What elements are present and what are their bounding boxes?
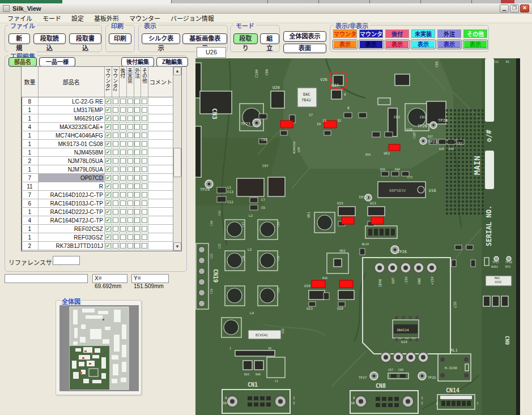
checkbox-マウンタ1[interactable]: ✔ [105,166,111,172]
checkbox-外注[interactable] [134,175,140,181]
checkbox-未実装[interactable] [127,217,133,223]
checkbox-マウンタ1[interactable]: ✔ [105,132,111,138]
checkbox-外注[interactable] [134,166,140,172]
checkbox-未実装[interactable] [127,115,133,121]
checkbox-マウンタ1[interactable]: ✔ [105,158,111,164]
checkbox-マウンタ2[interactable] [113,149,118,155]
checkbox-後付[interactable] [120,183,126,189]
checkbox-後付[interactable] [120,175,126,181]
overview-display-button[interactable]: 全体図表示 [283,31,326,42]
print-button-0[interactable]: 印刷 [109,33,131,44]
checkbox-マウンタ2[interactable] [113,175,118,181]
part-name-cell[interactable]: LC-22-G RE [39,97,105,105]
mode-button-1[interactable]: 組立 [260,33,279,44]
checkbox-後付[interactable] [120,234,126,240]
highlighted-component[interactable] [312,280,325,288]
table-row[interactable]: 2RK73B1JTTD101J✔ [22,242,173,250]
checkbox-マウンタ2[interactable] [113,183,118,189]
checkbox-マウンタ1[interactable]: ✔ [105,226,111,232]
checkbox-その他[interactable] [142,149,147,155]
checkbox-外注[interactable] [134,124,140,130]
checkbox-マウンタ2[interactable] [113,141,118,147]
part-name-cell[interactable]: NJM79L05UA [39,165,105,173]
checkbox-マウンタ2[interactable] [113,226,118,232]
checkbox-マウンタ2[interactable] [113,99,118,104]
highlighted-component[interactable] [389,144,400,151]
checkbox-後付[interactable] [120,132,126,138]
part-name-cell[interactable]: OP07CD [39,174,105,182]
checkbox-その他[interactable] [142,192,147,198]
checkbox-未実装[interactable] [127,99,133,104]
checkbox-マウンタ2[interactable] [113,192,118,198]
highlighted-component[interactable] [371,217,384,224]
checkbox-後付[interactable] [120,192,126,198]
checkbox-マウンタ1[interactable]: ✔ [105,141,111,147]
checkbox-未実装[interactable] [127,243,133,249]
restore-button[interactable]: ❐ [510,5,519,12]
checkbox-マウンタ1[interactable]: ✔ [105,200,111,206]
visibility-show-button-3[interactable]: 表示 [411,40,435,49]
checkbox-未実装[interactable] [127,183,133,189]
table-row[interactable]: 4MAX3232ECAE+✔ [22,123,173,131]
checkbox-その他[interactable] [142,99,147,104]
checkbox-マウンタ2[interactable] [113,209,118,215]
table-row[interactable]: 1NJM4558M✔ [22,148,173,157]
checkbox-外注[interactable] [134,149,140,155]
file-button-2[interactable]: 段取書込 [69,33,101,44]
checkbox-後付[interactable] [120,158,126,164]
highlighted-component[interactable] [342,217,354,224]
checkbox-マウンタ1[interactable]: ✔ [105,107,111,113]
part-name-cell[interactable]: NJM4558M [39,148,105,156]
checkbox-未実装[interactable] [127,149,133,155]
scroll-thumb[interactable] [173,148,181,177]
table-row[interactable]: 1NJM79L05UA✔ [22,165,173,174]
checkbox-マウンタ2[interactable] [113,107,118,113]
checkbox-その他[interactable] [142,158,147,164]
table-row[interactable]: 1MK9173-01 CS08✔ [22,140,173,148]
checkbox-その他[interactable] [142,200,147,206]
checkbox-その他[interactable] [142,132,147,138]
visibility-show-button-5[interactable]: 表示 [463,40,487,49]
checkbox-その他[interactable] [142,124,147,130]
checkbox-その他[interactable] [142,226,147,232]
checkbox-外注[interactable] [134,192,140,198]
part-name-cell[interactable]: RAC164D102J-C-TP [39,191,105,199]
part-name-cell[interactable]: R [39,182,105,190]
highlighted-component[interactable] [280,121,293,128]
menu-item-2[interactable]: 設定 [66,13,89,23]
close-button[interactable]: ✕ [520,5,529,12]
checkbox-マウンタ2[interactable] [113,234,118,240]
checkbox-その他[interactable] [142,209,147,215]
checkbox-マウンタ2[interactable] [113,166,118,172]
visibility-show-button-4[interactable]: 表示 [437,40,461,49]
checkbox-未実装[interactable] [127,175,133,181]
checkbox-マウンタ1[interactable]: ✔ [105,243,111,249]
checkbox-後付[interactable] [120,166,126,172]
reference-search-input[interactable] [53,256,80,265]
checkbox-マウンタ2[interactable] [113,243,118,249]
checkbox-その他[interactable] [142,175,147,181]
checkbox-後付[interactable] [120,141,126,147]
visibility-show-button-0[interactable]: 表示 [333,40,357,49]
checkbox-外注[interactable] [134,217,140,223]
checkbox-マウンタ2[interactable] [113,115,118,121]
checkbox-外注[interactable] [134,132,140,138]
checkbox-未実装[interactable] [127,158,133,164]
checkbox-マウンタ1[interactable]: ✔ [105,115,111,121]
atotsuke-edit-button[interactable]: 後付編集 [121,57,154,67]
part-name-cell[interactable]: NJM78L05UA [39,157,105,165]
checkbox-未実装[interactable] [127,209,133,215]
checkbox-外注[interactable] [134,183,140,189]
part-name-cell[interactable]: RAC164D103J-C-TP [39,199,105,207]
checkbox-外注[interactable] [134,141,140,147]
checkbox-未実装[interactable] [127,192,133,198]
part-name-cell[interactable]: RAC164D472J-C-TP [39,216,105,224]
pcb-board-view[interactable]: CN3C100C99U28U27V26C95C93C91C98C97DAC764… [195,58,520,415]
checkbox-未実装[interactable] [127,107,133,113]
checkbox-その他[interactable] [142,107,147,113]
checkbox-後付[interactable] [120,226,126,232]
file-button-0[interactable]: 新規 [8,33,30,44]
checkbox-外注[interactable] [134,200,140,206]
checkbox-マウンタ2[interactable] [113,132,118,138]
display-button-1[interactable]: 基板画像表示 [182,33,227,44]
